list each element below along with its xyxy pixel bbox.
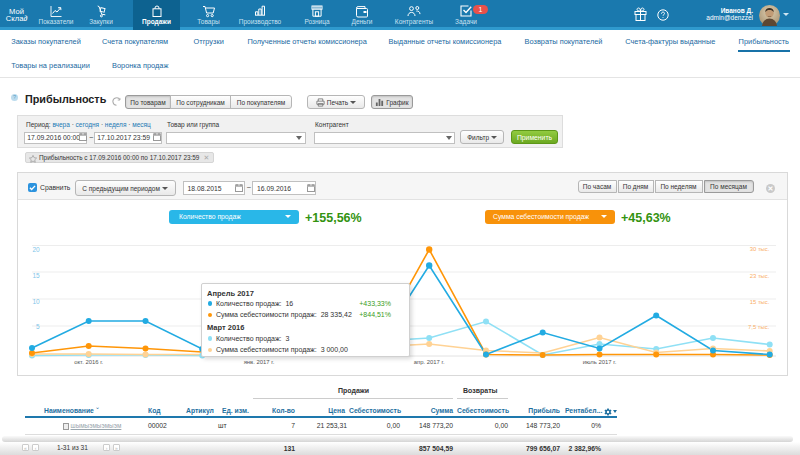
svg-text:июль 2017 г.: июль 2017 г.	[583, 359, 617, 365]
svg-text:5: 5	[36, 323, 40, 330]
svg-text:23 тыс.: 23 тыс.	[750, 273, 770, 279]
svg-text:янв. 2017 г.: янв. 2017 г.	[244, 359, 275, 365]
svg-text:30 тыс.: 30 тыс.	[750, 246, 770, 252]
svg-text:10: 10	[32, 298, 40, 305]
svg-text:?: ?	[13, 94, 16, 100]
svg-text:апр. 2017 г.: апр. 2017 г.	[414, 359, 445, 365]
svg-text:20: 20	[32, 246, 40, 253]
svg-text:окт. 2016 г.: окт. 2016 г.	[74, 359, 103, 365]
svg-text:7,5 тыс.: 7,5 тыс.	[748, 324, 770, 330]
svg-text:15 тыс.: 15 тыс.	[750, 299, 770, 305]
svg-text:15: 15	[32, 272, 40, 279]
